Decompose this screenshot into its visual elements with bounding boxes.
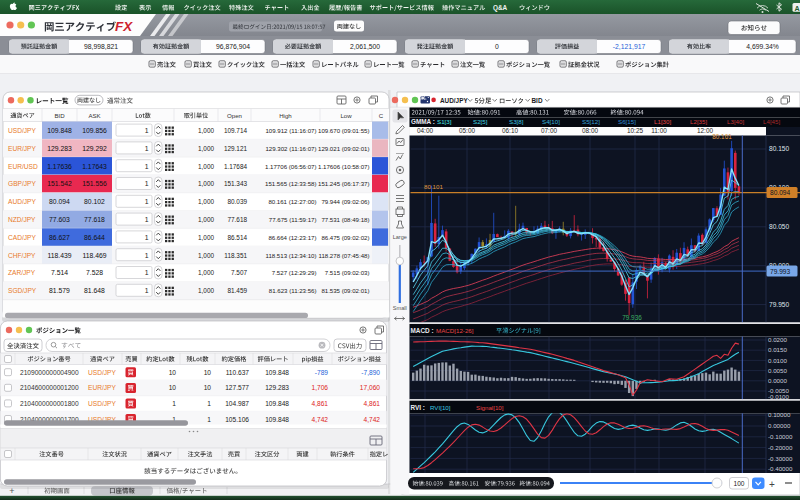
svg-text:ASK: ASK xyxy=(88,112,100,119)
svg-text:04:00: 04:00 xyxy=(417,127,433,134)
svg-text:80.094: 80.094 xyxy=(770,189,791,196)
svg-text:-7,890: -7,890 xyxy=(361,369,380,376)
svg-text:4,742: 4,742 xyxy=(363,416,380,423)
svg-text:AUD/JPY: AUD/JPY xyxy=(8,198,36,205)
svg-text:151.343: 151.343 xyxy=(224,180,248,187)
svg-text:USD/JPY: USD/JPY xyxy=(88,369,116,376)
svg-text:81.648: 81.648 xyxy=(84,287,105,294)
svg-text:151.245 (06:17:37): 151.245 (06:17:37) xyxy=(318,180,370,187)
svg-text:A: A xyxy=(794,4,799,13)
svg-text:110.637: 110.637 xyxy=(226,369,250,376)
svg-text:1.17636: 1.17636 xyxy=(47,163,72,170)
svg-text:SGD/JPY: SGD/JPY xyxy=(8,287,37,294)
svg-text:1,000: 1,000 xyxy=(198,145,214,152)
svg-text:81.579: 81.579 xyxy=(49,287,70,294)
svg-text:96,876,904: 96,876,904 xyxy=(216,43,250,50)
svg-text:151.542: 151.542 xyxy=(47,180,72,187)
svg-text:1,000: 1,000 xyxy=(198,216,214,223)
svg-text:129.283: 129.283 xyxy=(265,384,289,391)
svg-text:81.623 (11:23:56): 81.623 (11:23:56) xyxy=(269,287,317,294)
svg-text:Open: Open xyxy=(227,112,242,119)
svg-text:10: 10 xyxy=(169,384,177,391)
svg-text:EUR/JPY: EUR/JPY xyxy=(88,384,116,391)
svg-text:Low: Low xyxy=(340,112,352,119)
svg-text:151.556: 151.556 xyxy=(82,180,107,187)
svg-text:4,861: 4,861 xyxy=(363,400,380,407)
svg-text:RVI :: RVI : xyxy=(411,404,425,411)
svg-text:0.0050: 0.0050 xyxy=(768,367,787,374)
svg-text:80.102: 80.102 xyxy=(84,198,105,205)
svg-text:4,699.34%: 4,699.34% xyxy=(746,43,779,50)
svg-text:4,861: 4,861 xyxy=(311,400,328,407)
svg-text:1: 1 xyxy=(145,180,149,187)
svg-text:1.17684: 1.17684 xyxy=(224,163,248,170)
svg-text:129.302 (11:16:07): 129.302 (11:16:07) xyxy=(265,145,316,152)
svg-text:C: C xyxy=(379,112,384,119)
svg-text:0.0100: 0.0100 xyxy=(768,357,787,364)
svg-text:98,998,821: 98,998,821 xyxy=(84,43,118,50)
svg-text:81.535 (09:02:01): 81.535 (09:02:01) xyxy=(321,287,369,294)
svg-text:10: 10 xyxy=(204,384,212,391)
svg-text:109.848: 109.848 xyxy=(265,369,289,376)
svg-text:S5[12]: S5[12] xyxy=(582,118,600,125)
svg-text:1,000: 1,000 xyxy=(198,198,214,205)
svg-text:High: High xyxy=(279,112,292,119)
svg-text:12:00: 12:00 xyxy=(697,127,713,134)
svg-text:79.950: 79.950 xyxy=(769,301,790,308)
svg-text:GBP/JPY: GBP/JPY xyxy=(8,180,36,187)
svg-text:80.039: 80.039 xyxy=(227,198,247,205)
svg-text:Signal[10]: Signal[10] xyxy=(476,404,504,411)
svg-text:86.644: 86.644 xyxy=(84,234,105,241)
svg-text:0.0000: 0.0000 xyxy=(768,377,787,384)
svg-text:86.627: 86.627 xyxy=(49,234,70,241)
svg-text:79.993: 79.993 xyxy=(770,268,791,275)
svg-text:80.161: 80.161 xyxy=(712,133,732,140)
svg-text:7.527 (12:29:29): 7.527 (12:29:29) xyxy=(272,269,317,276)
svg-text:1: 1 xyxy=(145,163,149,170)
svg-text:1,000: 1,000 xyxy=(198,163,214,170)
svg-text:05:00: 05:00 xyxy=(459,127,475,134)
svg-text:RVI[10]: RVI[10] xyxy=(430,404,451,411)
svg-text:1,706: 1,706 xyxy=(311,384,328,391)
svg-text:-0.30000: -0.30000 xyxy=(768,455,793,462)
svg-text:80.161 (12:27:00): 80.161 (12:27:00) xyxy=(268,198,316,205)
svg-text:-0.40000: -0.40000 xyxy=(768,465,793,472)
svg-text:1: 1 xyxy=(145,127,149,134)
svg-text:S1[3]: S1[3] xyxy=(437,118,452,125)
svg-text:BID: BID xyxy=(54,112,65,119)
svg-text:109.848: 109.848 xyxy=(265,400,289,407)
svg-text:AUD/JPY: AUD/JPY xyxy=(440,97,468,104)
svg-text:1,000: 1,000 xyxy=(198,269,214,276)
svg-text:127.577: 127.577 xyxy=(225,384,249,391)
svg-text:1: 1 xyxy=(172,400,176,407)
svg-text:+: + xyxy=(769,479,775,490)
svg-text:1,000: 1,000 xyxy=(198,252,214,259)
svg-text:86.514: 86.514 xyxy=(227,234,247,241)
svg-text:L1[30]: L1[30] xyxy=(654,118,671,125)
svg-text:ZAR/JPY: ZAR/JPY xyxy=(8,269,36,276)
svg-text:109.856: 109.856 xyxy=(82,127,107,134)
svg-text:S3[8]: S3[8] xyxy=(509,118,524,125)
svg-text:109.848: 109.848 xyxy=(265,416,289,423)
svg-text:1,000: 1,000 xyxy=(198,127,214,134)
svg-text:Small: Small xyxy=(393,305,407,311)
svg-text:77.618: 77.618 xyxy=(84,216,105,223)
svg-text:80.101: 80.101 xyxy=(424,183,443,190)
svg-text:MACD :: MACD : xyxy=(411,327,434,334)
svg-text:129.121: 129.121 xyxy=(224,145,248,152)
svg-text:1.17606 (10:58:07): 1.17606 (10:58:07) xyxy=(318,163,370,170)
svg-text:06:10: 06:10 xyxy=(502,127,518,134)
svg-text:77.675 (11:59:17): 77.675 (11:59:17) xyxy=(269,216,317,223)
svg-text:80.050: 80.050 xyxy=(769,223,790,230)
svg-text:L3[40]: L3[40] xyxy=(727,118,744,125)
svg-text:10: 10 xyxy=(204,369,212,376)
svg-text:1: 1 xyxy=(145,252,149,259)
svg-text:105.106: 105.106 xyxy=(225,416,249,423)
svg-text:Q&A: Q&A xyxy=(493,4,508,12)
svg-text:80.094: 80.094 xyxy=(49,198,70,205)
svg-text:USD/JPY: USD/JPY xyxy=(88,400,116,407)
svg-text:109.912 (11:16:07): 109.912 (11:16:07) xyxy=(265,127,316,134)
svg-text:109.714: 109.714 xyxy=(224,127,248,134)
svg-text:FX: FX xyxy=(115,19,133,34)
svg-text:10:25: 10:25 xyxy=(627,127,643,134)
